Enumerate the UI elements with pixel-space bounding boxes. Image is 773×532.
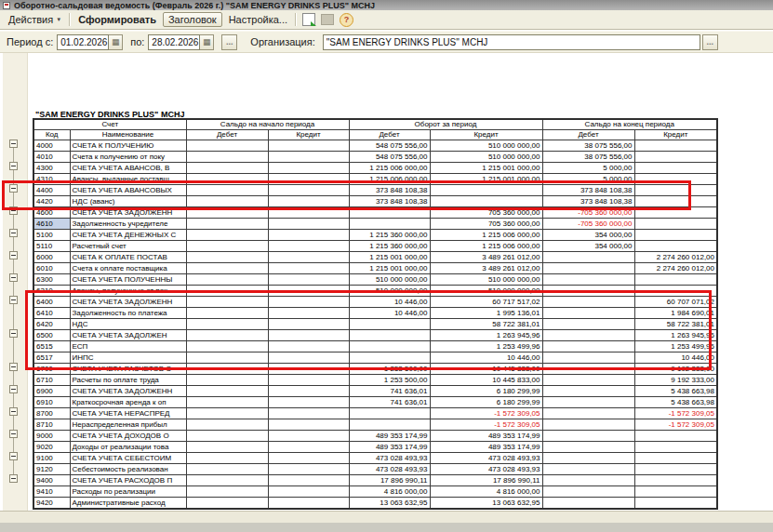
cell-opening-debit[interactable] bbox=[186, 140, 268, 152]
cell-turnover-debit[interactable] bbox=[349, 408, 430, 419]
cell-account-code[interactable]: 6400 bbox=[33, 297, 70, 308]
collapse-group-button[interactable] bbox=[9, 474, 18, 483]
cell-turnover-credit[interactable]: 705 360 000,00 bbox=[430, 219, 542, 230]
cell-closing-credit[interactable] bbox=[634, 163, 717, 174]
header-debit[interactable]: Дебет bbox=[542, 130, 634, 140]
cell-closing-credit[interactable] bbox=[634, 498, 717, 510]
cell-closing-credit[interactable] bbox=[634, 219, 717, 230]
cell-turnover-credit[interactable]: -1 572 309,05 bbox=[430, 419, 542, 431]
cell-turnover-credit[interactable]: 13 063 632,95 bbox=[430, 498, 542, 510]
cell-closing-credit[interactable]: 10 446,00 bbox=[634, 352, 717, 364]
cell-turnover-credit[interactable] bbox=[430, 185, 542, 196]
cell-turnover-debit[interactable]: 510 000 000,00 bbox=[349, 286, 430, 297]
cell-turnover-debit[interactable]: 510 000 000,00 bbox=[349, 274, 430, 286]
cell-account-name[interactable]: СЧЕТА УЧЕТА ЗАДОЛЖЕНН bbox=[70, 386, 186, 397]
cell-opening-debit[interactable] bbox=[186, 174, 268, 185]
cell-closing-debit[interactable] bbox=[542, 297, 634, 308]
cell-account-name[interactable]: СЧЕТА УЧЕТА ЗАДОЛЖЕН bbox=[70, 330, 186, 341]
cell-account-name[interactable]: Краткосрочная аренда к оп bbox=[70, 397, 186, 408]
cell-turnover-credit[interactable]: 510 000 000,00 bbox=[430, 286, 542, 297]
cell-opening-credit[interactable] bbox=[268, 442, 349, 453]
header-closing-balance[interactable]: Сальдо на конец периода bbox=[542, 119, 717, 130]
save-report-icon[interactable] bbox=[302, 13, 315, 26]
cell-account-name[interactable]: Доходы от реализации това bbox=[70, 442, 186, 453]
header-toggle-button[interactable]: Заголовок bbox=[163, 12, 222, 27]
cell-account-code[interactable]: 6000 bbox=[33, 252, 70, 263]
cell-turnover-credit[interactable]: 705 360 000,00 bbox=[430, 207, 542, 219]
cell-opening-credit[interactable] bbox=[268, 475, 349, 486]
collapse-group-button[interactable] bbox=[9, 184, 18, 193]
cell-opening-credit[interactable] bbox=[268, 274, 349, 286]
cell-opening-credit[interactable] bbox=[268, 397, 349, 408]
cell-turnover-credit[interactable]: 489 353 174,99 bbox=[430, 431, 542, 442]
collapse-group-button[interactable] bbox=[9, 229, 18, 237]
header-debit[interactable]: Дебет bbox=[186, 130, 268, 140]
cell-opening-debit[interactable] bbox=[186, 207, 268, 219]
cell-turnover-debit[interactable]: 473 028 493,93 bbox=[349, 453, 430, 464]
cell-account-code[interactable]: 5100 bbox=[33, 230, 70, 241]
actions-button[interactable]: Действия ▼ bbox=[4, 12, 66, 27]
cell-turnover-credit[interactable]: 473 028 493,93 bbox=[430, 453, 542, 464]
cell-opening-debit[interactable] bbox=[186, 364, 268, 375]
cell-turnover-credit[interactable]: 10 446,00 bbox=[430, 352, 542, 364]
cell-account-code[interactable]: 4310 bbox=[33, 174, 70, 185]
cell-account-code[interactable]: 6710 bbox=[33, 375, 70, 386]
cell-turnover-credit[interactable]: 6 180 299,99 bbox=[430, 397, 542, 408]
cell-opening-credit[interactable] bbox=[268, 364, 349, 375]
cell-opening-debit[interactable] bbox=[186, 442, 268, 453]
cell-opening-credit[interactable] bbox=[268, 185, 349, 196]
cell-account-name[interactable]: СЧЕТА УЧЕТА НЕРАСПРЕД bbox=[70, 408, 186, 419]
cell-account-name[interactable]: НДС bbox=[70, 319, 186, 330]
cell-opening-debit[interactable] bbox=[186, 486, 268, 498]
cell-closing-credit[interactable] bbox=[634, 207, 717, 219]
cell-account-code[interactable]: 6410 bbox=[33, 308, 70, 319]
cell-opening-credit[interactable] bbox=[268, 230, 349, 241]
cell-account-code[interactable]: 9420 bbox=[33, 498, 70, 510]
cell-turnover-credit[interactable]: 1 215 001 000,00 bbox=[430, 174, 542, 185]
cell-turnover-credit[interactable]: 10 445 833,00 bbox=[430, 375, 542, 386]
cell-account-name[interactable]: СЧЕТА УЧЕТА ДЕНЕЖНЫХ С bbox=[70, 230, 186, 241]
generate-button[interactable]: Сформировать bbox=[73, 12, 161, 27]
cell-turnover-credit[interactable]: 4 816 000,00 bbox=[430, 486, 542, 498]
collapse-group-button[interactable] bbox=[9, 140, 18, 148]
cell-closing-debit[interactable] bbox=[542, 330, 634, 341]
cell-closing-debit[interactable] bbox=[542, 464, 634, 475]
cell-closing-debit[interactable] bbox=[542, 352, 634, 364]
organization-input[interactable]: "SAM ENERGY DRINKS PLUS" MCHJ bbox=[323, 34, 700, 50]
cell-account-code[interactable]: 9410 bbox=[33, 486, 70, 498]
header-code[interactable]: Код bbox=[33, 130, 70, 140]
cell-turnover-credit[interactable] bbox=[430, 196, 542, 207]
cell-turnover-debit[interactable] bbox=[349, 319, 430, 330]
cell-opening-debit[interactable] bbox=[186, 163, 268, 174]
cell-closing-debit[interactable]: 38 075 556,00 bbox=[542, 140, 634, 152]
cell-opening-debit[interactable] bbox=[186, 286, 268, 297]
period-to-input[interactable]: 28.02.2026 bbox=[148, 34, 200, 50]
cell-closing-debit[interactable]: 38 075 556,00 bbox=[542, 152, 634, 163]
cell-closing-debit[interactable]: 354 000,00 bbox=[542, 230, 634, 241]
header-debit[interactable]: Дебет bbox=[349, 130, 430, 140]
collapse-group-button[interactable] bbox=[9, 452, 18, 460]
cell-account-code[interactable]: 6517 bbox=[33, 352, 70, 364]
cell-turnover-debit[interactable]: 548 075 556,00 bbox=[349, 140, 430, 152]
cell-account-code[interactable]: 4010 bbox=[33, 152, 70, 163]
cell-opening-credit[interactable] bbox=[268, 464, 349, 475]
collapse-group-button[interactable] bbox=[9, 363, 18, 371]
cell-turnover-credit[interactable]: 510 000 000,00 bbox=[430, 140, 542, 152]
cell-opening-debit[interactable] bbox=[186, 419, 268, 431]
cell-closing-credit[interactable] bbox=[634, 196, 717, 207]
cell-account-code[interactable]: 6300 bbox=[33, 274, 70, 286]
cell-account-name[interactable]: ЕСП bbox=[70, 341, 186, 352]
cell-opening-credit[interactable] bbox=[268, 431, 349, 442]
collapse-group-button[interactable] bbox=[9, 273, 18, 282]
cell-opening-debit[interactable] bbox=[186, 408, 268, 419]
cell-opening-debit[interactable] bbox=[186, 319, 268, 330]
cell-turnover-debit[interactable]: 373 848 108,38 bbox=[349, 185, 430, 196]
cell-turnover-credit[interactable]: 489 353 174,99 bbox=[430, 442, 542, 453]
header-credit[interactable]: Кредит bbox=[268, 130, 349, 140]
cell-closing-credit[interactable] bbox=[634, 453, 717, 464]
cell-turnover-debit[interactable] bbox=[349, 352, 430, 364]
cell-opening-credit[interactable] bbox=[268, 352, 349, 364]
collapse-group-button[interactable] bbox=[9, 162, 18, 170]
cell-closing-credit[interactable]: 2 274 260 012,00 bbox=[634, 252, 717, 263]
cell-turnover-credit[interactable]: 10 445 833,00 bbox=[430, 364, 542, 375]
